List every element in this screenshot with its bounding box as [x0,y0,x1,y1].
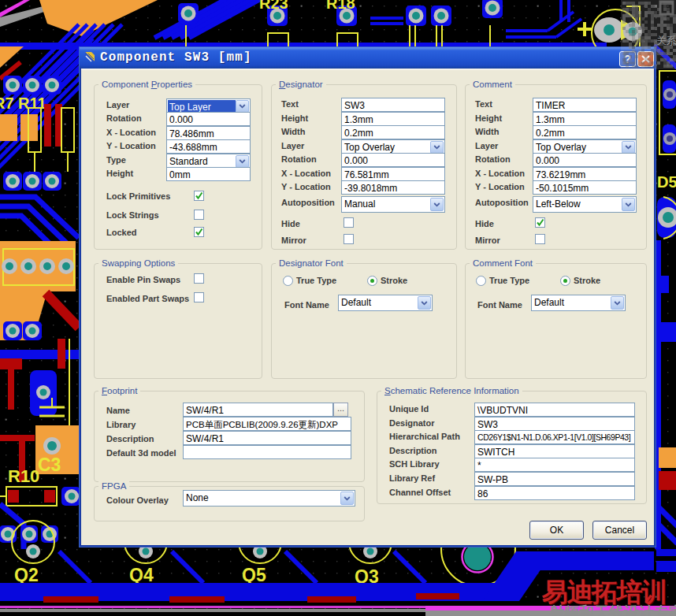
svg-text:D5: D5 [657,173,676,191]
svg-text:R10: R10 [8,466,39,486]
svg-text:R18: R18 [326,0,355,12]
svg-text:Q4: Q4 [129,565,154,585]
svg-text:R23: R23 [259,0,288,12]
svg-text:R7 R11: R7 R11 [0,95,46,112]
svg-text:C3: C3 [38,455,61,475]
svg-text:Q5: Q5 [242,565,266,585]
svg-text:Q2: Q2 [14,565,39,585]
